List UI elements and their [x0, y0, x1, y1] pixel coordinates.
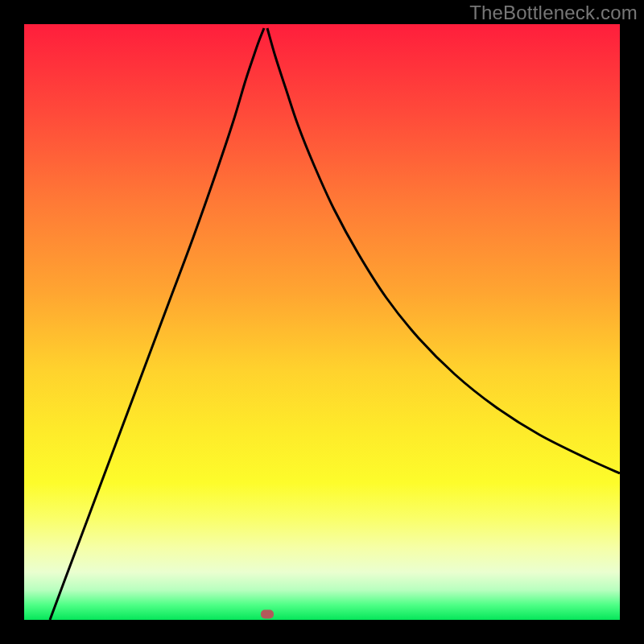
curve-left-branch	[50, 28, 264, 620]
optimal-point-marker	[261, 610, 274, 619]
curve-right-branch	[267, 28, 620, 473]
watermark-text: TheBottleneck.com	[469, 2, 638, 24]
plot-area	[24, 24, 620, 620]
chart-frame: TheBottleneck.com	[0, 0, 644, 644]
bottleneck-curve	[24, 24, 620, 620]
